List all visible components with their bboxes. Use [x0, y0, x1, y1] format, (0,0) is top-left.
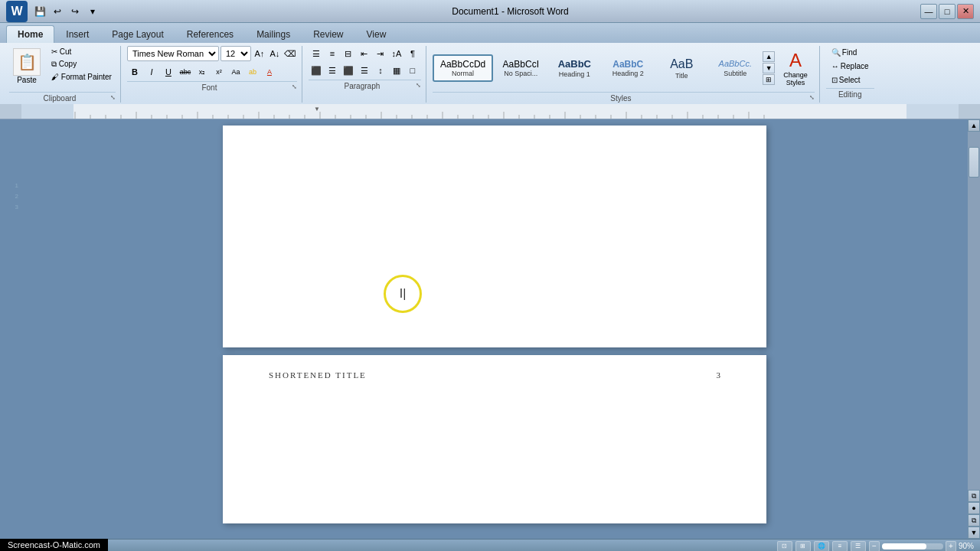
clipboard-group: 📋 Paste ✂ Cut ⧉ Copy 🖌 Format Painter Cl…: [5, 46, 121, 103]
clipboard-small-buttons: ✂ Cut ⧉ Copy 🖌 Format Painter: [47, 46, 116, 83]
scroll-page-indicator[interactable]: ●: [968, 502, 980, 514]
print-layout-view[interactable]: ⊡: [777, 541, 792, 552]
page-content-top[interactable]: I|: [223, 126, 766, 347]
full-screen-view[interactable]: ⊞: [795, 541, 811, 552]
clear-formatting-button[interactable]: ⌫: [283, 47, 297, 60]
style-no-spacing-preview: AaBbCcI: [503, 59, 539, 70]
superscript-button[interactable]: x²: [211, 64, 227, 80]
zoom-out-button[interactable]: −: [869, 541, 880, 552]
style-heading2-label: Heading 2: [612, 70, 644, 77]
minimize-button[interactable]: —: [920, 4, 937, 19]
zoom-in-button[interactable]: +: [946, 541, 956, 552]
cut-button[interactable]: ✂ Cut: [47, 46, 116, 57]
styles-scroll-down[interactable]: ▼: [763, 63, 775, 73]
tab-insert[interactable]: Insert: [54, 25, 100, 43]
subscript-button[interactable]: x₂: [194, 64, 210, 80]
tab-home[interactable]: Home: [6, 25, 54, 43]
font-expand[interactable]: ⤡: [292, 83, 297, 90]
tab-review[interactable]: Review: [302, 25, 354, 43]
style-heading2[interactable]: AaBbC Heading 2: [602, 54, 654, 82]
highlight-color-button[interactable]: ab: [245, 64, 260, 80]
font-name-select[interactable]: Times New Roman: [127, 46, 219, 61]
line-spacing-button[interactable]: ↕: [373, 63, 388, 78]
close-button[interactable]: ✕: [957, 4, 974, 19]
style-normal-label: Normal: [452, 70, 474, 77]
styles-expand-btn[interactable]: ⤡: [809, 94, 815, 101]
page-bottom[interactable]: SHORTENED TITLE 3: [223, 355, 766, 523]
change-styles-button[interactable]: A ChangeStyles: [776, 46, 815, 90]
web-layout-view[interactable]: 🌐: [814, 541, 829, 552]
scroll-track[interactable]: [968, 132, 980, 490]
tab-page-layout[interactable]: Page Layout: [100, 25, 175, 43]
word-icon: W: [6, 1, 28, 22]
justify-button[interactable]: ☰: [357, 63, 372, 78]
shrink-font-button[interactable]: A↓: [268, 47, 282, 60]
undo-button[interactable]: ↩: [50, 4, 65, 19]
sort-button[interactable]: ↕A: [389, 46, 404, 61]
page-top[interactable]: I|: [223, 126, 766, 347]
save-button[interactable]: 💾: [32, 4, 47, 19]
format-painter-button[interactable]: 🖌 Format Painter: [47, 71, 116, 83]
outline-view[interactable]: ≡: [832, 541, 848, 552]
style-title[interactable]: AaB Title: [655, 52, 707, 83]
text-cursor-icon: I|: [400, 287, 407, 301]
ribbon: 📋 Paste ✂ Cut ⧉ Copy 🖌 Format Painter Cl…: [0, 43, 980, 104]
paragraph-expand[interactable]: ⤡: [416, 82, 421, 89]
italic-button[interactable]: I: [144, 64, 159, 80]
scroll-page-up[interactable]: ⧉: [968, 490, 980, 502]
clipboard-label: Clipboard ⤡: [9, 92, 116, 103]
ruler-cursor: ▼: [314, 106, 320, 112]
clipboard-expand[interactable]: ⤡: [110, 94, 116, 101]
scroll-up-button[interactable]: ▲: [968, 119, 980, 132]
underline-button[interactable]: U: [161, 64, 176, 80]
style-no-spacing[interactable]: AaBbCcI No Spaci...: [495, 54, 547, 82]
decrease-indent-button[interactable]: ⇤: [357, 46, 372, 61]
style-heading1[interactable]: AaBbC Heading 1: [548, 54, 600, 83]
show-hide-button[interactable]: ¶: [405, 46, 420, 61]
numbering-button[interactable]: ≡: [325, 46, 340, 61]
font-size-select[interactable]: 12: [220, 46, 251, 61]
replace-button[interactable]: ↔ Replace: [826, 60, 874, 73]
scroll-page-down[interactable]: ⧉: [968, 514, 980, 527]
ruler-marks: [21, 104, 959, 119]
customize-button[interactable]: ▾: [85, 4, 100, 19]
draft-view[interactable]: ☰: [851, 541, 866, 552]
change-styles-icon: A: [789, 50, 802, 71]
find-button[interactable]: 🔍 Find: [826, 46, 874, 59]
editing-label: Editing: [826, 88, 874, 99]
align-left-button[interactable]: ⬛: [309, 63, 324, 78]
align-right-button[interactable]: ⬛: [341, 63, 356, 78]
copy-button[interactable]: ⧉ Copy: [47, 58, 116, 70]
bullets-button[interactable]: ☰: [309, 46, 324, 61]
change-case-button[interactable]: Aa: [228, 64, 243, 80]
style-normal-preview: AaBbCcDd: [440, 59, 485, 70]
grow-font-button[interactable]: A↑: [253, 47, 266, 60]
tab-mailings[interactable]: Mailings: [245, 25, 302, 43]
zoom-slider[interactable]: [882, 543, 943, 549]
styles-scroll-up[interactable]: ▲: [763, 51, 775, 62]
bold-button[interactable]: B: [127, 64, 142, 80]
increase-indent-button[interactable]: ⇥: [373, 46, 388, 61]
scroll-down-button[interactable]: ▼: [968, 527, 980, 539]
align-center-button[interactable]: ☰: [325, 63, 340, 78]
select-button[interactable]: ⊡ Select: [826, 73, 874, 86]
borders-button[interactable]: □: [405, 63, 420, 78]
ruler: ▼: [0, 104, 980, 119]
document-area[interactable]: I| SHORTENED TITLE 3: [21, 119, 968, 539]
maximize-button[interactable]: □: [939, 4, 956, 19]
tab-view[interactable]: View: [355, 25, 398, 43]
multilevel-list-button[interactable]: ⊟: [341, 46, 356, 61]
redo-button[interactable]: ↪: [67, 4, 83, 19]
tab-references[interactable]: References: [175, 25, 245, 43]
strikethrough-button[interactable]: abc: [178, 64, 193, 80]
ruler-content[interactable]: ▼: [21, 104, 959, 119]
style-subtitle[interactable]: AaBbCc. Subtitle: [709, 54, 761, 81]
styles-expand[interactable]: ⊞: [763, 74, 775, 85]
font-color-button[interactable]: A: [262, 64, 277, 80]
para-row1: ☰ ≡ ⊟ ⇤ ⇥ ↕A ¶: [309, 46, 421, 61]
shading-button[interactable]: ▦: [389, 63, 404, 78]
paragraph-label: Paragraph ⤡: [309, 80, 421, 90]
scroll-thumb[interactable]: [969, 147, 979, 178]
paste-button[interactable]: 📋 Paste: [9, 46, 44, 86]
style-normal[interactable]: AaBbCcDd Normal: [433, 54, 493, 82]
